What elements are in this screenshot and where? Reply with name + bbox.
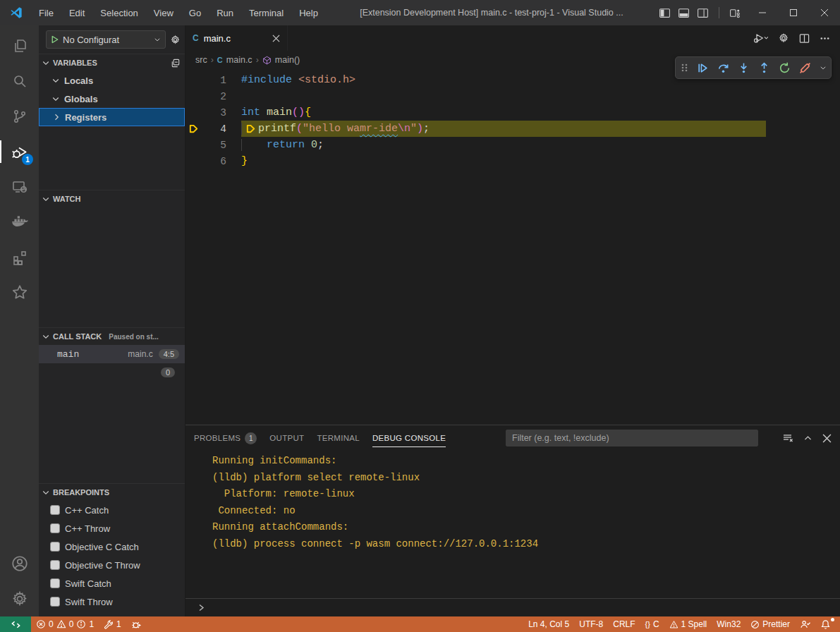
remote-indicator[interactable] xyxy=(0,616,31,632)
continue-button[interactable] xyxy=(697,62,709,74)
menu-help[interactable]: Help xyxy=(293,5,324,21)
code-text: #include <stdio.h> xyxy=(241,74,355,86)
docker-icon[interactable] xyxy=(0,205,39,240)
breakpoint-item[interactable]: C++ Catch xyxy=(39,501,185,519)
remote-explorer-icon[interactable] xyxy=(0,169,39,205)
debug-status[interactable] xyxy=(126,616,147,632)
breakpoint-item[interactable]: Swift Catch xyxy=(39,574,185,592)
eol-status[interactable]: CRLF xyxy=(608,616,640,632)
minimize-button[interactable] xyxy=(747,0,778,25)
debug-console-input[interactable] xyxy=(185,598,840,616)
settings-gear-icon[interactable] xyxy=(0,581,39,616)
breakpoint-checkbox[interactable] xyxy=(50,578,60,588)
console-filter-input[interactable] xyxy=(506,430,758,446)
menu-view[interactable]: View xyxy=(147,5,180,21)
tab-output[interactable]: OUTPUT xyxy=(269,425,304,451)
debug-configuration-dropdown[interactable]: No Configurat xyxy=(46,30,166,49)
menu-edit[interactable]: Edit xyxy=(63,5,91,21)
step-over-button[interactable] xyxy=(717,62,729,74)
account-icon[interactable] xyxy=(0,546,39,581)
encoding-status[interactable]: UTF-8 xyxy=(574,616,608,632)
code-line-3[interactable]: 3int main(){ xyxy=(185,104,840,121)
menu-terminal[interactable]: Terminal xyxy=(243,5,290,21)
variables-item-locals[interactable]: Locals xyxy=(39,71,185,90)
restart-button[interactable] xyxy=(779,62,791,74)
breakpoint-checkbox[interactable] xyxy=(50,560,60,570)
variables-item-globals[interactable]: Globals xyxy=(39,90,185,108)
maximize-panel-icon[interactable] xyxy=(803,434,812,443)
close-panel-icon[interactable] xyxy=(822,434,832,443)
more-actions-icon[interactable] xyxy=(820,33,830,44)
tab-terminal[interactable]: TERMINAL xyxy=(317,425,360,451)
toolbar-gripper[interactable] xyxy=(680,62,688,73)
menu-selection[interactable]: Selection xyxy=(94,5,144,21)
tab-main-c[interactable]: C main.c xyxy=(185,25,287,51)
collapse-all-icon[interactable] xyxy=(170,58,181,68)
breakpoint-item[interactable]: Swift Throw xyxy=(39,592,185,611)
feedback-icon[interactable] xyxy=(795,616,815,632)
code-line-5[interactable]: 5 return 0; xyxy=(185,137,840,153)
chevron-down-icon[interactable] xyxy=(820,64,827,71)
step-out-button[interactable] xyxy=(758,62,770,74)
tab-problems[interactable]: PROBLEMS 1 xyxy=(194,425,257,451)
code-editor[interactable]: 1#include <stdio.h>23int main(){4printf(… xyxy=(185,69,840,425)
watch-list xyxy=(39,207,185,327)
explorer-icon[interactable] xyxy=(0,28,39,63)
language-mode[interactable]: {} C xyxy=(640,616,664,632)
spell-status[interactable]: 1 Spell xyxy=(664,616,712,632)
gutter-glyph[interactable] xyxy=(185,123,201,134)
call-stack-section-header[interactable]: CALL STACK Paused on st... xyxy=(39,327,185,345)
debug-settings-gear-icon[interactable] xyxy=(170,35,181,45)
breakpoint-label: Objective C Catch xyxy=(65,542,139,552)
customize-layout-icon[interactable] xyxy=(729,7,741,19)
breakpoints-section-header[interactable]: BREAKPOINTS xyxy=(39,483,185,501)
maximize-button[interactable] xyxy=(778,0,809,25)
menu-file[interactable]: File xyxy=(32,5,60,21)
test-explorer-icon[interactable] xyxy=(0,275,39,310)
breadcrumb-symbol[interactable]: main() xyxy=(275,55,300,65)
menu-go[interactable]: Go xyxy=(183,5,207,21)
info-icon xyxy=(76,619,86,629)
breakpoint-item[interactable]: Objective C Catch xyxy=(39,537,185,556)
run-or-debug-button[interactable] xyxy=(753,32,768,44)
toggle-sidebar-icon[interactable] xyxy=(659,7,671,19)
status-bar: 0 0 1 1 Ln 4, Col 5 UTF-8 CRLF {} C 1 Sp… xyxy=(0,616,840,632)
menu-run[interactable]: Run xyxy=(210,5,240,21)
breakpoint-checkbox[interactable] xyxy=(50,523,60,533)
code-line-4[interactable]: 4printf("hello wamr-ide\n"); xyxy=(185,121,840,137)
settings-gear-icon[interactable] xyxy=(778,32,789,44)
disconnect-button[interactable] xyxy=(799,62,811,74)
variables-section-header[interactable]: VARIABLES xyxy=(39,54,185,71)
search-icon[interactable] xyxy=(0,63,39,99)
close-tab-icon[interactable] xyxy=(272,35,280,42)
code-line-2[interactable]: 2 xyxy=(185,88,840,104)
platform-status[interactable]: Win32 xyxy=(712,616,745,632)
breakpoint-checkbox[interactable] xyxy=(50,597,60,607)
breadcrumb-file[interactable]: main.c xyxy=(226,55,252,65)
clear-console-icon[interactable] xyxy=(782,432,793,444)
toggle-secondary-sidebar-icon[interactable] xyxy=(697,7,709,19)
variables-item-registers[interactable]: Registers xyxy=(39,108,185,126)
step-into-button[interactable] xyxy=(738,62,750,74)
breakpoint-item[interactable]: C++ Throw xyxy=(39,519,185,537)
ports-status[interactable]: 1 xyxy=(99,616,126,632)
split-editor-icon[interactable] xyxy=(799,33,810,44)
breadcrumb-folder[interactable]: src xyxy=(195,55,207,65)
tab-debug-console[interactable]: DEBUG CONSOLE xyxy=(372,425,446,451)
watch-section-header[interactable]: WATCH xyxy=(39,190,185,207)
breakpoint-checkbox[interactable] xyxy=(50,505,60,515)
run-and-debug-icon[interactable]: 1 xyxy=(0,134,39,169)
problems-status[interactable]: 0 0 1 xyxy=(31,616,99,632)
breakpoint-checkbox[interactable] xyxy=(50,542,60,552)
stack-frame-row[interactable]: main main.c 4:5 xyxy=(39,345,185,363)
code-line-6[interactable]: 6} xyxy=(185,153,840,169)
extensions-icon[interactable] xyxy=(0,240,39,275)
breakpoint-item[interactable]: Objective C Throw xyxy=(39,556,185,574)
close-window-button[interactable] xyxy=(809,0,840,25)
line-number: 1 xyxy=(201,75,226,86)
toggle-panel-icon[interactable] xyxy=(678,7,690,19)
source-control-icon[interactable] xyxy=(0,99,39,134)
formatter-status[interactable]: Prettier xyxy=(745,616,795,632)
cursor-position[interactable]: Ln 4, Col 5 xyxy=(523,616,574,632)
notifications-bell-icon[interactable] xyxy=(815,616,836,632)
